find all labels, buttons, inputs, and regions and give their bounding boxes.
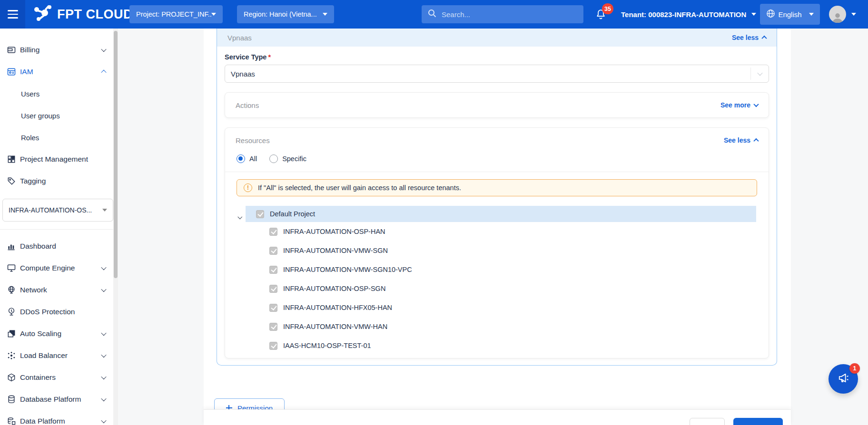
checkbox-checked-disabled (269, 304, 277, 312)
user-account-menu[interactable] (829, 0, 856, 29)
avatar (829, 6, 846, 23)
sidebar-item-ddos-protection[interactable]: DDoS Protection (0, 301, 118, 323)
sidebar-item-iam[interactable]: IAM (0, 61, 118, 83)
select-divider (750, 68, 769, 80)
language-selector-dropdown[interactable]: English (760, 4, 820, 25)
radio-button-selected[interactable] (237, 155, 245, 163)
sidebar-item-billing[interactable]: Billing (0, 39, 118, 61)
iam-icon (7, 67, 16, 77)
ddos-shield-icon (7, 307, 16, 317)
sidebar-item-label: User groups (21, 112, 60, 120)
sidebar-item-auto-scaling[interactable]: Auto Scaling (0, 323, 118, 345)
project-management-icon (7, 155, 16, 164)
checkbox-checked-disabled (256, 210, 264, 218)
resources-card: Resources See less All Sp (225, 127, 769, 358)
sidebar-item-containers[interactable]: Containers (0, 367, 118, 388)
panel-title: Vpnaas (227, 34, 252, 42)
tag-icon (7, 176, 16, 186)
checkbox-checked-disabled (269, 266, 277, 274)
global-search[interactable] (422, 5, 583, 23)
project-selector-dropdown[interactable]: Project: PROJECT_INF... (129, 5, 223, 23)
resources-card-header: Resources See less (225, 128, 769, 153)
sidebar-item-database-platform[interactable]: Database Platform (0, 388, 118, 410)
cancel-button[interactable]: Cancel (690, 418, 725, 425)
region-selector-dropdown[interactable]: Region: Hanoi (Vietna... (237, 5, 334, 23)
tree-collapse-caret[interactable] (238, 212, 242, 221)
sidebar-item-label: Billing (20, 46, 39, 54)
toggle-label: See less (732, 34, 759, 41)
radio-all[interactable]: All (237, 155, 257, 163)
sidebar-item-label: Containers (20, 373, 56, 382)
notifications-bell[interactable]: 35 (595, 9, 607, 22)
chevron-up-icon (761, 36, 767, 41)
search-icon (427, 9, 437, 20)
warning-text: If "All" is selected, the user will gain… (258, 184, 461, 192)
sidebar-item-compute-engine[interactable]: Compute Engine (0, 257, 118, 279)
radio-all-label: All (249, 155, 257, 163)
service-type-value: Vpnaas (231, 70, 255, 78)
create-role-form-container: Vpnaas See less Service Type* Vpnaas (204, 29, 791, 425)
hamburger-menu-icon[interactable] (0, 0, 25, 29)
service-type-field: Service Type* Vpnaas (217, 47, 777, 83)
sidebar-item-tagging[interactable]: Tagging (0, 170, 118, 192)
sidebar-item-label: Roles (21, 134, 39, 142)
sidebar-item-label: IAM (20, 68, 33, 76)
all-selected-warning-banner: If "All" is selected, the user will gain… (237, 179, 757, 196)
checkbox-checked-disabled (269, 323, 277, 331)
resource-label: INFRA-AUTOMATION-HFX05-HAN (283, 304, 392, 311)
globe-icon (7, 285, 16, 295)
default-project-group-row[interactable]: Default Project (246, 206, 756, 222)
language-label: English (778, 10, 801, 19)
bell-icon (595, 14, 607, 22)
sidebar-item-label: Load Balancer (20, 351, 68, 360)
sidebar-item-project-management[interactable]: Project Management (0, 148, 118, 170)
radio-button-unselected[interactable] (269, 155, 278, 163)
infrastructure-select[interactable]: INFRA-AUTOMATION-OS... (2, 199, 113, 222)
sidebar-scrollbar-thumb[interactable] (114, 31, 118, 278)
radio-specific[interactable]: Specific (269, 155, 306, 163)
sidebar-item-data-platform[interactable]: Data Platform (0, 410, 118, 425)
search-input[interactable] (442, 10, 578, 19)
sidebar-item-users[interactable]: Users (0, 83, 118, 105)
sidebar-item-label: Data Platform (20, 417, 65, 425)
service-type-label: Service Type* (225, 53, 769, 61)
resource-label: INFRA-AUTOMATION-VMW-SGN (283, 247, 388, 254)
monitor-icon (7, 263, 16, 273)
chevron-up-icon (101, 70, 106, 75)
sidebar-item-user-groups[interactable]: User groups (0, 105, 118, 126)
container-box-icon (7, 373, 16, 382)
sidebar-item-label: Users (21, 90, 39, 98)
announcements-floating-button[interactable]: 1 (829, 364, 858, 394)
chevron-down-icon (101, 47, 106, 52)
auto-scaling-icon (7, 329, 16, 338)
sidebar-item-load-balancer[interactable]: Load Balancer (0, 345, 118, 367)
create-role-button[interactable]: Create role (733, 418, 783, 425)
toggle-label: See more (720, 101, 750, 109)
vpnaas-see-less-toggle[interactable]: See less (732, 34, 766, 41)
fpt-cloud-logo[interactable]: FPT CLOUD (33, 0, 133, 29)
chevron-down-icon (101, 374, 106, 379)
resource-label: INFRA-AUTOMATION-VMW-HAN (283, 323, 387, 330)
sidebar-item-label: Dashboard (20, 242, 56, 251)
sidebar-item-dashboard[interactable]: Dashboard (0, 235, 118, 257)
service-type-select[interactable]: Vpnaas (225, 65, 769, 83)
sidebar-item-network[interactable]: Network (0, 279, 118, 301)
resource-label: INFRA-AUTOMATION-OSP-HAN (283, 228, 385, 235)
resource-row: INFRA-AUTOMATION-VMW-SGN (237, 241, 756, 260)
chevron-down-icon (753, 102, 759, 107)
chevron-down-icon (757, 70, 762, 76)
tenant-label: Tenant: 000823-INFRA-AUTOMATION (621, 10, 746, 19)
checkbox-checked-disabled (269, 342, 277, 350)
actions-see-more-toggle[interactable]: See more (720, 101, 758, 109)
checkbox-checked-disabled (269, 285, 277, 293)
resource-scope-radio-group: All Specific (225, 153, 769, 172)
sidebar-item-roles[interactable]: Roles (0, 126, 118, 148)
sidebar-scrollbar[interactable] (113, 29, 118, 425)
sidebar: Billing IAM Users User groups Roles Proj… (0, 29, 118, 425)
resource-row: INFRA-AUTOMATION-VMW-SGN10-VPC (237, 260, 756, 279)
tenant-selector-dropdown[interactable]: Tenant: 000823-INFRA-AUTOMATION (621, 0, 756, 29)
resources-see-less-toggle[interactable]: See less (724, 136, 758, 144)
resource-row: INFRA-AUTOMATION-VMW-HAN (237, 317, 756, 336)
megaphone-icon (837, 371, 850, 386)
chevron-down-icon (751, 13, 756, 16)
